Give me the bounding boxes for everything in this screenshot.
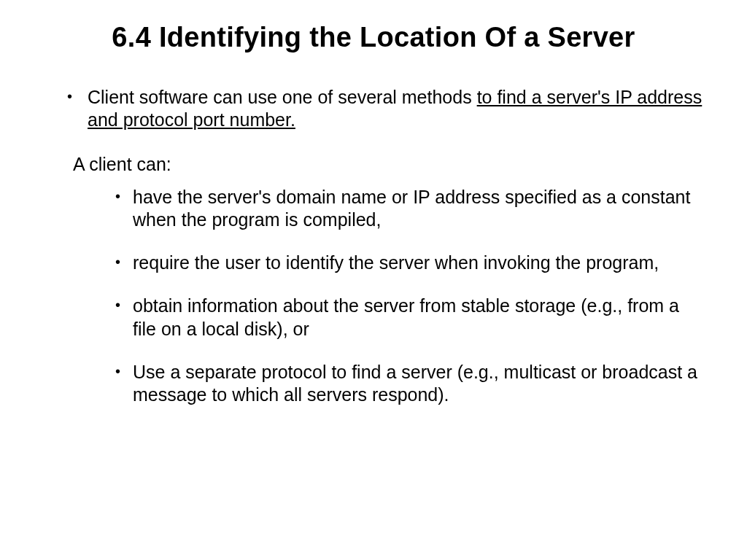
options-list: have the server's domain name or IP addr… [44, 186, 703, 407]
intro-list: Client software can use one of several m… [44, 86, 703, 132]
intro-text-prefix: Client software can use one of several m… [88, 87, 477, 107]
list-item: have the server's domain name or IP addr… [115, 186, 703, 232]
intro-bullet: Client software can use one of several m… [73, 86, 703, 132]
list-item: obtain information about the server from… [115, 295, 703, 341]
subheading-text: A client can: [44, 154, 703, 175]
list-item: Use a separate protocol to find a server… [115, 361, 703, 407]
slide-title: 6.4 Identifying the Location Of a Server [44, 22, 703, 53]
list-item: require the user to identify the server … [115, 252, 703, 274]
